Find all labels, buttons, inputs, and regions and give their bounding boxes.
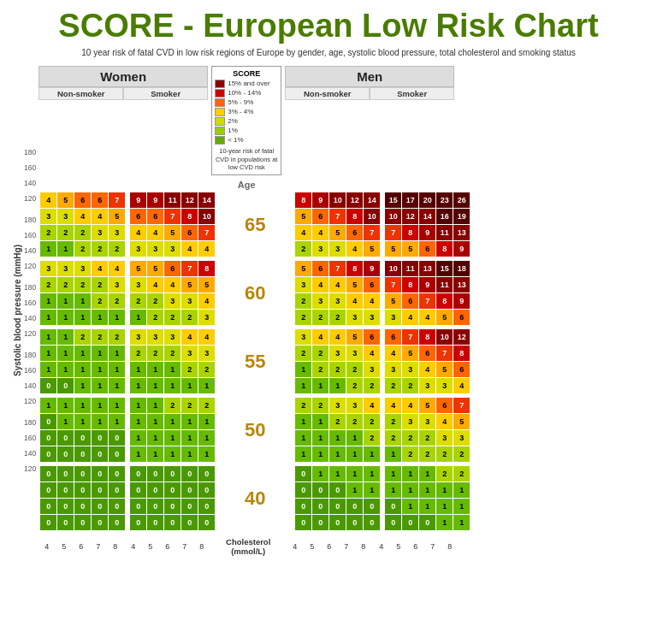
legend-item-2: 2% bbox=[215, 117, 278, 126]
cell: 0 bbox=[40, 499, 56, 514]
cell: 4 bbox=[402, 310, 418, 325]
cell: 1 bbox=[57, 398, 74, 413]
cell: 2 bbox=[40, 277, 56, 292]
cell: 0 bbox=[312, 482, 328, 498]
cell: 3 bbox=[198, 310, 215, 325]
cell: 5 bbox=[402, 241, 418, 257]
chol-value: 8 bbox=[355, 542, 371, 551]
cell: 4 bbox=[385, 346, 401, 361]
bp-value: 140 bbox=[24, 243, 36, 258]
cell: 4 bbox=[147, 277, 163, 292]
cell: 2 bbox=[346, 362, 363, 377]
age-section-row: 3334422223111221111155678344552233412223… bbox=[38, 261, 471, 325]
legend-note: 10-year risk of fatal CVD in populations… bbox=[215, 147, 278, 172]
women-section: 4566733445222331122299111214667810445673… bbox=[38, 192, 216, 257]
cell: 2 bbox=[109, 293, 125, 309]
cell: 0 bbox=[57, 515, 74, 530]
page: SCORE - European Low Risk Chart 10 year … bbox=[0, 0, 657, 569]
legend-item-5-9: 5% - 9% bbox=[215, 98, 278, 107]
cell: 6 bbox=[364, 277, 380, 292]
cell: 4 bbox=[419, 310, 435, 325]
cell: 0 bbox=[295, 499, 311, 514]
cell: 2 bbox=[346, 378, 363, 393]
cell: 0 bbox=[57, 499, 74, 514]
cell: 1 bbox=[419, 466, 435, 482]
cell: 2 bbox=[130, 293, 146, 309]
cell: 0 bbox=[109, 482, 125, 498]
cell: 9 bbox=[453, 241, 470, 257]
cell: 8 bbox=[346, 261, 363, 276]
data-grid: 6781012456783345622334 bbox=[385, 329, 470, 393]
cell: 4 bbox=[312, 225, 328, 240]
cell: 1 bbox=[198, 430, 215, 446]
cell: 2 bbox=[74, 277, 91, 292]
cell: 0 bbox=[295, 482, 311, 498]
cell: 1 bbox=[181, 446, 198, 462]
cell: 0 bbox=[147, 515, 163, 530]
cell: 0 bbox=[329, 482, 346, 498]
cell: 9 bbox=[130, 192, 146, 208]
cell: 0 bbox=[419, 515, 435, 530]
cell: 0 bbox=[57, 378, 74, 393]
cell: 3 bbox=[346, 346, 363, 361]
cell: 6 bbox=[419, 241, 435, 257]
cell: 9 bbox=[364, 261, 380, 276]
cell: 2 bbox=[164, 398, 181, 413]
cell: 1 bbox=[130, 398, 146, 413]
cell: 0 bbox=[346, 515, 363, 530]
cell: 1 bbox=[164, 430, 181, 446]
cell: 10 bbox=[385, 209, 401, 224]
cell: 3 bbox=[57, 261, 74, 276]
cell: 2 bbox=[130, 346, 146, 361]
cell: 0 bbox=[40, 378, 56, 393]
cell: 1 bbox=[147, 398, 163, 413]
cell: 1 bbox=[312, 466, 328, 482]
cell: 3 bbox=[57, 209, 74, 224]
cell: 4 bbox=[295, 225, 311, 240]
cell: 2 bbox=[402, 446, 418, 462]
cell: 15 bbox=[385, 192, 401, 208]
cell: 6 bbox=[385, 329, 401, 345]
cell: 1 bbox=[364, 446, 380, 462]
cell: 1 bbox=[198, 414, 215, 429]
cell: 2 bbox=[295, 398, 311, 413]
cell: 2 bbox=[92, 293, 108, 309]
legend-box: SCORE 15% and over 10% - 14% 5% - 9% bbox=[211, 66, 281, 175]
cell: 3 bbox=[164, 329, 181, 345]
cell: 1 bbox=[198, 446, 215, 462]
cell: 1 bbox=[164, 378, 181, 393]
subtitle: 10 year risk of fatal CVD in low risk re… bbox=[13, 48, 644, 57]
cell: 3 bbox=[436, 430, 453, 446]
legend-item-15plus: 15% and over bbox=[215, 80, 278, 88]
chol-value: 4 bbox=[373, 542, 389, 551]
cell: 3 bbox=[385, 310, 401, 325]
data-grid: 891012145678104456723345 bbox=[295, 192, 380, 257]
chol-value: 6 bbox=[159, 542, 175, 551]
cell: 2 bbox=[181, 310, 198, 325]
cell: 0 bbox=[130, 482, 146, 498]
cell: 1 bbox=[402, 499, 418, 514]
cell: 1 bbox=[109, 362, 125, 377]
cell: 16 bbox=[436, 209, 453, 224]
cell: 2 bbox=[453, 466, 470, 482]
cell: 20 bbox=[419, 192, 435, 208]
cell: 3 bbox=[92, 225, 108, 240]
bp-value: 160 bbox=[24, 430, 36, 446]
cell: 12 bbox=[402, 209, 418, 224]
age-label: 40 bbox=[216, 487, 293, 510]
cell: 2 bbox=[364, 378, 380, 393]
cell: 4 bbox=[329, 277, 346, 292]
cell: 0 bbox=[92, 430, 108, 446]
age-column-label: Age bbox=[238, 180, 256, 190]
cell: 7 bbox=[181, 261, 198, 276]
cell: 14 bbox=[364, 192, 380, 208]
cell: 1 bbox=[74, 398, 91, 413]
cell: 1 bbox=[329, 466, 346, 482]
cell: 1 bbox=[147, 414, 163, 429]
cell: 3 bbox=[364, 310, 380, 325]
cell: 1 bbox=[57, 241, 74, 257]
legend-item-3-4: 3% - 4% bbox=[215, 108, 278, 116]
bp-value: 120 bbox=[24, 461, 36, 476]
cell: 7 bbox=[329, 209, 346, 224]
age-label: 65 bbox=[216, 214, 293, 236]
